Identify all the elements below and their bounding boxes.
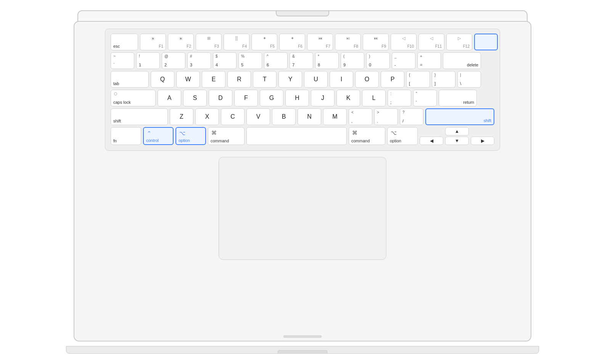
key-f3[interactable]: ⊞ F3: [196, 34, 222, 50]
arrow-spacer2: [471, 127, 494, 135]
arrow-key-cluster: ▲ ◀ ▼ ▶: [420, 127, 494, 145]
laptop-lid: [77, 10, 528, 22]
key-f5[interactable]: ✦ F5: [251, 34, 277, 50]
option-left-symbol: ⌥: [179, 130, 185, 136]
control-symbol: ⌃: [147, 130, 151, 136]
key-lbracket[interactable]: { [: [406, 71, 430, 88]
key-return[interactable]: return: [439, 90, 477, 106]
key-command-left[interactable]: ⌘ command: [208, 127, 245, 145]
key-shift-right[interactable]: shift: [425, 108, 494, 125]
key-arrow-down[interactable]: ▼: [445, 137, 469, 145]
key-o[interactable]: O: [355, 71, 379, 88]
trackpad[interactable]: [219, 157, 386, 260]
key-f6[interactable]: ✦ F6: [279, 34, 305, 50]
key-semicolon[interactable]: : ;: [388, 90, 411, 106]
key-r[interactable]: R: [227, 71, 251, 88]
key-9[interactable]: ( 9: [341, 52, 364, 69]
key-arrow-up[interactable]: ▲: [445, 127, 469, 135]
key-6[interactable]: ^ 6: [264, 52, 288, 69]
key-p[interactable]: P: [381, 71, 404, 88]
key-slash[interactable]: ? /: [400, 108, 423, 125]
key-j[interactable]: J: [311, 90, 335, 106]
key-tab[interactable]: tab: [111, 71, 149, 88]
bottom-speaker-notch: [283, 335, 322, 338]
key-arrow-left[interactable]: ◀: [420, 137, 443, 145]
key-m[interactable]: M: [323, 108, 347, 125]
key-f2[interactable]: ☀ F2: [168, 34, 194, 50]
key-backslash[interactable]: | \: [457, 71, 481, 88]
key-esc[interactable]: esc: [111, 34, 138, 50]
key-fn[interactable]: fn: [111, 127, 141, 145]
option-right-symbol: ⌥: [391, 130, 397, 136]
keyboard: esc ☀ F1 ☀ F2 ⊞ F3 ⣿ F4: [105, 29, 500, 151]
key-x[interactable]: X: [195, 108, 219, 125]
key-f1[interactable]: ☀ F1: [140, 34, 166, 50]
key-delete[interactable]: delete: [443, 52, 481, 69]
key-h[interactable]: H: [285, 90, 309, 106]
key-3[interactable]: # 3: [187, 52, 211, 69]
key-i[interactable]: I: [330, 71, 353, 88]
key-2[interactable]: @ 2: [162, 52, 185, 69]
key-minus[interactable]: _ -: [392, 52, 415, 69]
key-b[interactable]: B: [272, 108, 296, 125]
row2: tab Q W E R T Y: [111, 71, 494, 88]
key-option-right[interactable]: ⌥ option: [387, 127, 418, 145]
key-option-left[interactable]: ⌥ option: [175, 127, 206, 145]
key-rbracket[interactable]: } ]: [432, 71, 455, 88]
frow: esc ☀ F1 ☀ F2 ⊞ F3 ⣿ F4: [111, 34, 494, 50]
key-c[interactable]: C: [221, 108, 245, 125]
key-command-right[interactable]: ⌘ command: [349, 127, 385, 145]
key-quote[interactable]: " ': [413, 90, 437, 106]
key-f-key[interactable]: F: [234, 90, 258, 106]
key-s[interactable]: S: [183, 90, 207, 106]
row5: fn ⌃ control ⌥ option ⌘ command ⌘: [111, 127, 494, 145]
arrow-up-row: ▲: [420, 127, 494, 135]
key-u[interactable]: U: [304, 71, 328, 88]
key-8[interactable]: * 8: [315, 52, 339, 69]
key-f9[interactable]: ⏭ F9: [363, 34, 389, 50]
esc-label: esc: [113, 44, 120, 48]
key-0[interactable]: ) 0: [366, 52, 390, 69]
key-d[interactable]: D: [209, 90, 232, 106]
key-f11[interactable]: ◁ F11: [418, 34, 444, 50]
key-power[interactable]: [474, 34, 498, 50]
command-left-symbol: ⌘: [211, 130, 217, 136]
key-n[interactable]: N: [298, 108, 321, 125]
laptop-bottom-bar: [66, 346, 539, 354]
key-a[interactable]: A: [158, 90, 181, 106]
key-period[interactable]: > .: [374, 108, 398, 125]
key-f4[interactable]: ⣿ F4: [224, 34, 249, 50]
key-k[interactable]: K: [336, 90, 360, 106]
key-q[interactable]: Q: [151, 71, 174, 88]
key-f12[interactable]: ▷ F12: [446, 34, 472, 50]
key-1[interactable]: ! 1: [136, 52, 160, 69]
key-y[interactable]: Y: [278, 71, 302, 88]
laptop-bottom-notch: [278, 350, 327, 353]
key-t[interactable]: T: [253, 71, 277, 88]
row1: ~ ` ! 1 @ 2 # 3 $ 4: [111, 52, 494, 69]
key-z[interactable]: Z: [170, 108, 193, 125]
laptop-body: esc ☀ F1 ☀ F2 ⊞ F3 ⣿ F4: [74, 21, 531, 341]
key-capslock[interactable]: caps lock: [111, 90, 156, 106]
key-v[interactable]: V: [246, 108, 270, 125]
key-equals[interactable]: + =: [417, 52, 441, 69]
key-arrow-right[interactable]: ▶: [471, 137, 494, 145]
key-f10[interactable]: ◁ F10: [391, 34, 417, 50]
key-space[interactable]: [246, 127, 347, 145]
key-comma[interactable]: < ,: [349, 108, 372, 125]
key-e[interactable]: E: [202, 71, 225, 88]
key-tilde[interactable]: ~ `: [111, 52, 134, 69]
command-right-symbol: ⌘: [352, 130, 357, 136]
key-l[interactable]: L: [362, 90, 386, 106]
arrow-lr-row: ◀ ▼ ▶: [420, 137, 494, 145]
key-control[interactable]: ⌃ control: [143, 127, 174, 145]
key-5[interactable]: % 5: [238, 52, 262, 69]
key-shift-left[interactable]: shift: [111, 108, 168, 125]
key-g[interactable]: G: [260, 90, 283, 106]
key-f7[interactable]: ⏮ F7: [307, 34, 333, 50]
arrow-spacer: [420, 127, 443, 135]
key-w[interactable]: W: [176, 71, 200, 88]
key-f8[interactable]: ⏯ F8: [335, 34, 361, 50]
key-7[interactable]: & 7: [290, 52, 313, 69]
key-4[interactable]: $ 4: [213, 52, 237, 69]
